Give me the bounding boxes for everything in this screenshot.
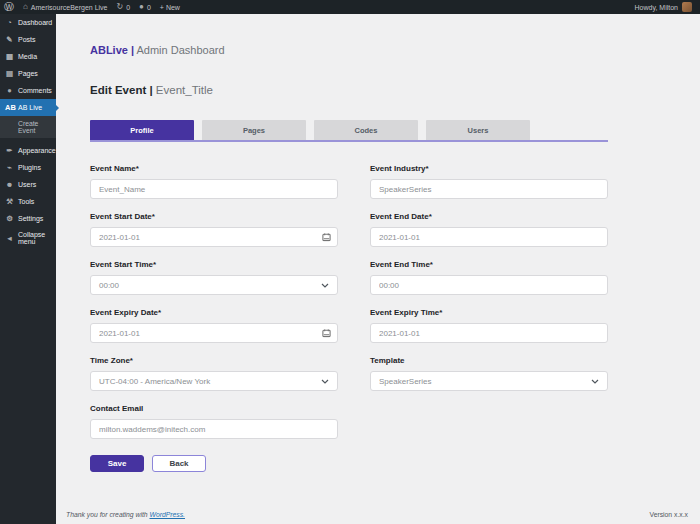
event-start-date-input[interactable] bbox=[90, 227, 338, 247]
sidebar-item-media[interactable]: ▦ Media bbox=[0, 48, 56, 65]
sidebar-item-collapse-menu[interactable]: ◄ Collapse menu bbox=[0, 227, 56, 249]
appearance-icon: ✒ bbox=[5, 146, 14, 155]
sidebar-item-ab-live[interactable]: AB AB Live bbox=[0, 99, 56, 116]
sidebar-item-label: Collapse menu bbox=[18, 231, 52, 245]
event-expiry-date-input[interactable] bbox=[90, 323, 338, 343]
updates-menu[interactable]: ↻ 0 bbox=[117, 3, 131, 11]
template-select[interactable]: SpeakerSeries bbox=[370, 371, 608, 391]
field-event-end-date: Event End Date* bbox=[370, 212, 608, 247]
site-name-label: AmerisourceBergen Live bbox=[31, 4, 108, 11]
event-name-label: Event Name* bbox=[90, 164, 338, 173]
sidebar-item-users[interactable]: ☻ Users bbox=[0, 176, 56, 193]
tools-icon: ⚒ bbox=[5, 197, 14, 206]
dashboard-icon: ◔ bbox=[5, 18, 14, 27]
contact-email-input[interactable] bbox=[90, 419, 338, 439]
sidebar-item-label: Media bbox=[18, 53, 37, 60]
event-name-input[interactable] bbox=[90, 179, 338, 199]
howdy-label: Howdy, Milton bbox=[635, 4, 678, 11]
footer-version: Version x.x.x bbox=[649, 511, 688, 518]
time-zone-value: UTC-04:00 - America/New York bbox=[99, 377, 210, 386]
wordpress-link[interactable]: WordPress. bbox=[150, 511, 186, 518]
updates-count: 0 bbox=[126, 4, 130, 11]
footer-thanks: Thank you for creating with WordPress. bbox=[66, 511, 185, 518]
sidebar-item-label: Posts bbox=[18, 36, 36, 43]
site-name-menu[interactable]: ⌂ AmerisourceBergen Live bbox=[23, 3, 108, 11]
comments-menu[interactable]: ● 0 bbox=[139, 3, 151, 11]
tab-codes[interactable]: Codes bbox=[314, 120, 418, 140]
media-icon: ▦ bbox=[5, 52, 14, 61]
new-content-menu[interactable]: + New bbox=[160, 4, 180, 11]
event-expiry-time-label: Event Expiry Time* bbox=[370, 308, 608, 317]
sidebar-item-dashboard[interactable]: ◔ Dashboard bbox=[0, 14, 56, 31]
template-value: SpeakerSeries bbox=[379, 377, 431, 386]
event-start-date-label: Event Start Date* bbox=[90, 212, 338, 221]
event-industry-label: Event Industry* bbox=[370, 164, 608, 173]
sidebar-item-label: Settings bbox=[18, 215, 43, 222]
time-zone-select[interactable]: UTC-04:00 - America/New York bbox=[90, 371, 338, 391]
field-event-end-time: Event End Time* bbox=[370, 260, 608, 295]
home-icon: ⌂ bbox=[23, 3, 28, 11]
sidebar-item-label: Users bbox=[18, 181, 36, 188]
main-content: ABLive | Admin Dashboard Edit Event | Ev… bbox=[56, 14, 700, 524]
page-title-sub: Event_Title bbox=[153, 84, 213, 96]
field-event-start-time: Event Start Time* 00:00 bbox=[90, 260, 338, 295]
avatar bbox=[682, 2, 692, 12]
sidebar-item-settings[interactable]: ⚙ Settings bbox=[0, 210, 56, 227]
chevron-down-icon bbox=[321, 281, 329, 290]
new-content-label: + New bbox=[160, 4, 180, 11]
contact-email-label: Contact Email bbox=[90, 404, 338, 413]
comment-bubble-icon: ● bbox=[139, 3, 144, 11]
field-event-expiry-date: Event Expiry Date* bbox=[90, 308, 338, 343]
time-zone-label: Time Zone* bbox=[90, 356, 338, 365]
posts-icon: ✎ bbox=[5, 35, 14, 44]
wp-logo[interactable]: Ⓦ bbox=[4, 2, 14, 12]
tab-profile[interactable]: Profile bbox=[90, 120, 194, 140]
ab-live-icon: AB bbox=[5, 103, 14, 112]
event-end-time-label: Event End Time* bbox=[370, 260, 608, 269]
comments-icon: ● bbox=[5, 86, 14, 95]
event-end-date-input[interactable] bbox=[370, 227, 608, 247]
page-title: Edit Event | Event_Title bbox=[90, 84, 608, 96]
calendar-icon[interactable] bbox=[322, 329, 331, 338]
wordpress-icon: Ⓦ bbox=[4, 2, 14, 12]
account-menu[interactable]: Howdy, Milton bbox=[635, 2, 692, 12]
calendar-icon[interactable] bbox=[322, 233, 331, 242]
admin-sidebar: ◔ Dashboard ✎ Posts ▦ Media ▤ Pages ● Co… bbox=[0, 14, 56, 524]
event-expiry-time-input[interactable] bbox=[370, 323, 608, 343]
event-start-time-select[interactable]: 00:00 bbox=[90, 275, 338, 295]
tab-pages[interactable]: Pages bbox=[202, 120, 306, 140]
sidebar-item-label: Pages bbox=[18, 70, 38, 77]
event-end-time-input[interactable] bbox=[370, 275, 608, 295]
sidebar-item-label: AB Live bbox=[18, 104, 42, 111]
save-button[interactable]: Save bbox=[90, 455, 144, 472]
updates-icon: ↻ bbox=[117, 3, 124, 11]
event-start-time-label: Event Start Time* bbox=[90, 260, 338, 269]
page-title-main: Edit Event | bbox=[90, 84, 153, 96]
sidebar-item-label: Dashboard bbox=[18, 19, 52, 26]
sidebar-item-posts[interactable]: ✎ Posts bbox=[0, 31, 56, 48]
field-event-name: Event Name* bbox=[90, 164, 338, 199]
sidebar-item-tools[interactable]: ⚒ Tools bbox=[0, 193, 56, 210]
plugins-icon: ⌁ bbox=[5, 163, 14, 172]
sidebar-item-plugins[interactable]: ⌁ Plugins bbox=[0, 159, 56, 176]
event-industry-input[interactable] bbox=[370, 179, 608, 199]
sidebar-item-label: Plugins bbox=[18, 164, 41, 171]
field-event-industry: Event Industry* bbox=[370, 164, 608, 199]
sidebar-item-appearance[interactable]: ✒ Appearance bbox=[0, 142, 56, 159]
pages-icon: ▤ bbox=[5, 69, 14, 78]
sidebar-item-label: Tools bbox=[18, 198, 34, 205]
tab-bar: Profile Pages Codes Users bbox=[90, 120, 608, 142]
field-contact-email: Contact Email bbox=[90, 404, 338, 439]
sidebar-item-pages[interactable]: ▤ Pages bbox=[0, 65, 56, 82]
field-event-expiry-time: Event Expiry Time* bbox=[370, 308, 608, 343]
sidebar-subitem-create-event[interactable]: Create Event bbox=[0, 116, 56, 138]
grid-empty-cell bbox=[370, 404, 608, 439]
plugin-brand-header: ABLive | Admin Dashboard bbox=[90, 44, 608, 56]
tab-users[interactable]: Users bbox=[426, 120, 530, 140]
footer-thanks-text: Thank you for creating with bbox=[66, 511, 150, 518]
event-end-date-label: Event End Date* bbox=[370, 212, 608, 221]
brand-name: ABLive | bbox=[90, 44, 134, 56]
collapse-menu-icon: ◄ bbox=[5, 234, 14, 243]
sidebar-item-comments[interactable]: ● Comments bbox=[0, 82, 56, 99]
back-button[interactable]: Back bbox=[152, 455, 206, 472]
